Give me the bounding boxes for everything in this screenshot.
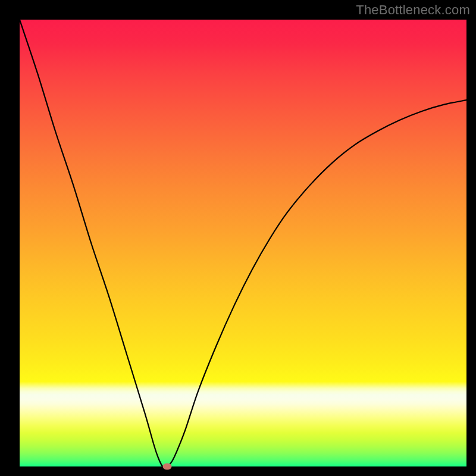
minimum-marker bbox=[162, 464, 171, 470]
watermark-text: TheBottleneck.com bbox=[356, 2, 470, 18]
gradient-plot-area bbox=[20, 20, 466, 466]
chart-frame: TheBottleneck.com bbox=[0, 0, 476, 476]
